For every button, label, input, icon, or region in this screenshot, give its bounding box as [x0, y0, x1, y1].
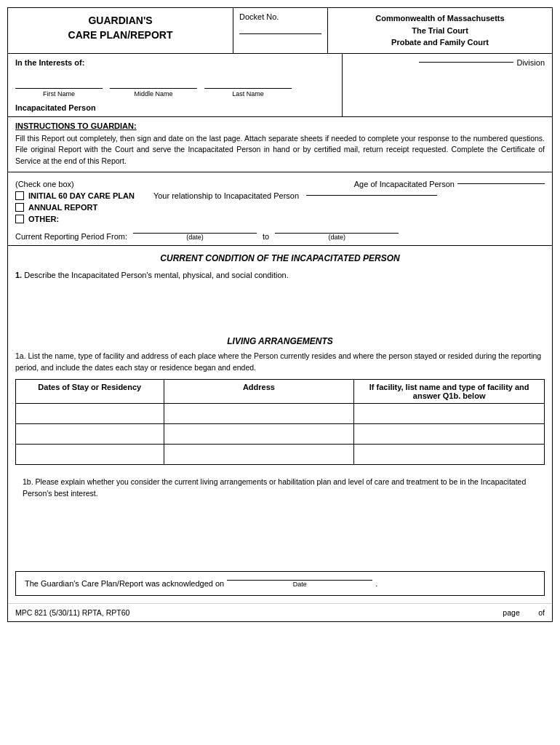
main-page: GUARDIAN'S CARE PLAN/REPORT Docket No. C… [7, 7, 553, 622]
period-from-wrap: (date) [133, 233, 257, 241]
check-options: INITIAL 60 DAY CARE PLAN Your relationsh… [15, 191, 545, 223]
footer-ack-row: The Guardian's Care Plan/Report was ackn… [25, 579, 535, 588]
option-annual: ANNUAL REPORT [15, 203, 545, 212]
relationship-input[interactable] [306, 195, 437, 196]
row1-facility[interactable] [354, 404, 545, 424]
age-field: Age of Incapacitated Person [354, 180, 545, 188]
period-to-wrap: (date) [275, 233, 399, 241]
row3-facility[interactable] [354, 445, 545, 465]
last-name-input[interactable] [204, 79, 292, 89]
option-initial: INITIAL 60 DAY CARE PLAN Your relationsh… [15, 191, 545, 200]
checkbox-annual[interactable] [15, 203, 24, 212]
option-other: OTHER: [15, 215, 545, 223]
interests-row: In the Interests of: First Name Middle N… [8, 54, 552, 117]
spacer [8, 535, 552, 564]
middle-name-field: Middle Name [110, 79, 197, 97]
interests-left: In the Interests of: First Name Middle N… [8, 54, 343, 116]
row2-dates[interactable] [16, 424, 164, 445]
question-1: 1. Describe the Incapacitated Person's m… [8, 268, 552, 282]
court-info: Commonwealth of Massachusetts The Trial … [328, 8, 552, 53]
row2-facility[interactable] [354, 424, 545, 445]
oneb-section: 1b. Please explain whether you consider … [15, 472, 545, 530]
table-row [16, 424, 545, 445]
interests-label: In the Interests of: [15, 58, 335, 67]
row3-dates[interactable] [16, 445, 164, 465]
row1-address[interactable] [164, 404, 354, 424]
col-address: Address [164, 380, 354, 404]
row1-dates[interactable] [16, 404, 164, 424]
page-info: page of [503, 608, 545, 617]
docket-section: Docket No. [233, 8, 328, 53]
col-dates: Dates of Stay or Residency [16, 380, 164, 404]
reporting-period-row: Current Reporting Period From: (date) to… [15, 232, 545, 241]
division-input[interactable] [419, 62, 513, 63]
form-title: GUARDIAN'S CARE PLAN/REPORT [8, 8, 233, 53]
footer-ack: The Guardian's Care Plan/Report was ackn… [15, 571, 545, 596]
first-name-input[interactable] [15, 79, 103, 89]
living-arrangements-section: LIVING ARRANGEMENTS 1a. List the name, t… [8, 326, 552, 535]
options-container: INITIAL 60 DAY CARE PLAN Your relationsh… [15, 191, 545, 223]
table-row [16, 445, 545, 465]
question-1-answer[interactable] [15, 282, 545, 326]
age-input[interactable] [457, 183, 545, 184]
last-name-field: Last Name [204, 79, 292, 97]
header: GUARDIAN'S CARE PLAN/REPORT Docket No. C… [8, 8, 552, 54]
living-table: Dates of Stay or Residency Address If fa… [15, 379, 545, 465]
current-condition-section: CURRENT CONDITION OF THE INCAPACITATED P… [8, 246, 552, 326]
bottom-bar: MPC 821 (5/30/11) RPTA, RPT60 page of [8, 603, 552, 621]
footer-date-wrap: Date [227, 580, 372, 588]
row2-address[interactable] [164, 424, 354, 445]
checkbox-other[interactable] [15, 215, 24, 223]
table-row [16, 404, 545, 424]
instructions-section: INSTRUCTIONS TO GUARDIAN: Fill this Repo… [8, 117, 552, 172]
check-section: (Check one box) Age of Incapacitated Per… [8, 172, 552, 246]
checkbox-initial[interactable] [15, 191, 24, 200]
middle-name-input[interactable] [110, 79, 197, 89]
row3-address[interactable] [164, 445, 354, 465]
check-header-row: (Check one box) Age of Incapacitated Per… [15, 180, 545, 188]
interests-right: Division [343, 54, 552, 116]
mpc-label: MPC 821 (5/30/11) RPTA, RPT60 [15, 608, 129, 617]
table-header-row: Dates of Stay or Residency Address If fa… [16, 380, 545, 404]
name-fields: First Name Middle Name Last Name [15, 79, 335, 97]
col-facility: If facility, list name and type of facil… [354, 380, 545, 404]
division-line: Division [350, 58, 545, 67]
first-name-field: First Name [15, 79, 103, 97]
